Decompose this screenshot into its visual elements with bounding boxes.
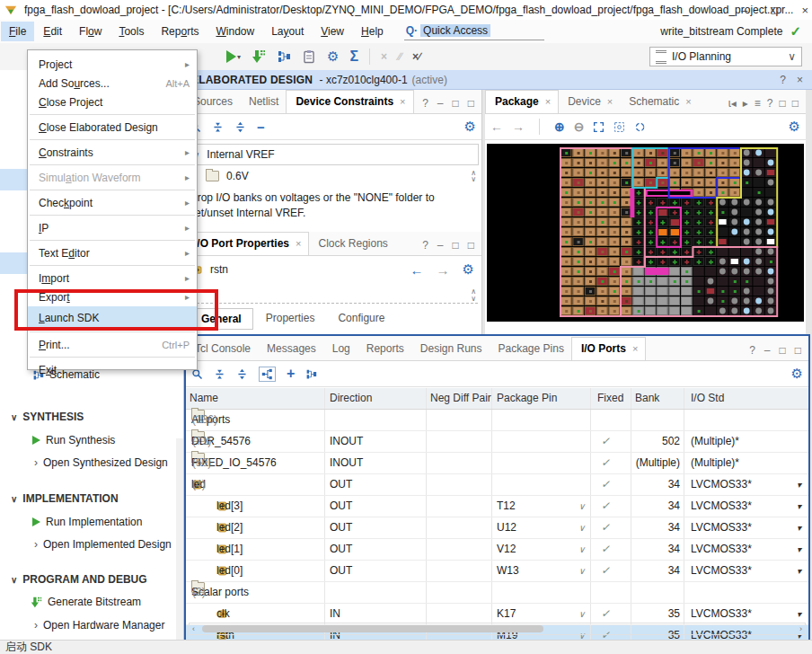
- tab-reports[interactable]: Reports: [357, 338, 411, 360]
- banner-close-icon[interactable]: ×: [797, 74, 803, 86]
- tab-messages[interactable]: Messages: [258, 338, 323, 360]
- autofit-icon[interactable]: [634, 121, 646, 133]
- horizontal-scrollbar[interactable]: ‹ ›: [189, 623, 806, 635]
- internal-vref-node[interactable]: ∨ Internal VREF: [187, 144, 479, 165]
- float-icon[interactable]: □: [792, 97, 799, 110]
- maximize-button[interactable]: □: [772, 4, 779, 17]
- menu-view[interactable]: View: [313, 22, 352, 41]
- close-icon[interactable]: ×: [607, 96, 613, 107]
- dropdown-icon[interactable]: ▾: [797, 561, 801, 581]
- dropdown-icon[interactable]: ▾: [797, 539, 801, 560]
- close-icon[interactable]: ×: [685, 96, 691, 107]
- schematic-icon[interactable]: [305, 368, 317, 380]
- tab-log[interactable]: Log: [323, 338, 357, 360]
- next-tab-icon[interactable]: ▸: [743, 97, 748, 110]
- flownav-section-synthesis[interactable]: ∨SYNTHESIS: [11, 411, 186, 423]
- file-menu-constraints[interactable]: Constraints▸: [28, 143, 197, 162]
- settings-gear-icon[interactable]: ⚙: [327, 49, 339, 65]
- tab-schematic[interactable]: Schematic×: [620, 91, 698, 113]
- help-icon[interactable]: ?: [767, 97, 773, 110]
- table-header[interactable]: Name Direction Neg Diff Pair Package Pin…: [186, 388, 808, 410]
- menu-layout[interactable]: Layout: [263, 22, 312, 41]
- pin-dropdown-icon[interactable]: ∨: [578, 517, 585, 538]
- generate-bitstream-icon[interactable]: [252, 49, 266, 64]
- settings-gear-icon[interactable]: ⚙: [789, 119, 800, 135]
- tab-package-pins[interactable]: Package Pins: [490, 338, 571, 360]
- menu-edit[interactable]: Edit: [35, 22, 70, 41]
- dropdown-icon[interactable]: ▾: [797, 604, 801, 624]
- float-icon[interactable]: □: [468, 97, 474, 110]
- menu-file[interactable]: File: [1, 22, 34, 41]
- tab-package[interactable]: Package×: [485, 90, 559, 113]
- file-menu-import[interactable]: Import▸: [28, 269, 197, 287]
- settings-gear-icon[interactable]: ⚙: [463, 261, 474, 278]
- tab-list-icon[interactable]: ≡: [755, 97, 761, 110]
- run-button[interactable]: ▾: [226, 50, 241, 63]
- file-menu-checkpoint[interactable]: Checkpoint▸: [28, 193, 197, 212]
- tab-io-port-properties[interactable]: I/O Port Properties×: [184, 232, 309, 255]
- tab-device-constraints[interactable]: Device Constraints×: [286, 90, 413, 113]
- close-icon[interactable]: ×: [296, 238, 301, 249]
- table-row-led3[interactable]: led[3] OUT T12∨ ✓ 34 LVCMOS33* ▾: [186, 496, 808, 517]
- tab-io-ports[interactable]: I/O Ports×: [571, 337, 646, 360]
- quick-access-input[interactable]: Q· Quick Access: [404, 22, 544, 40]
- flownav-section-implementation[interactable]: ∨IMPLEMENTATION: [11, 492, 186, 505]
- collapse-all-icon[interactable]: [214, 368, 225, 380]
- minimize-icon[interactable]: –: [437, 97, 444, 110]
- package-map-canvas[interactable]: [487, 144, 804, 322]
- zoom-selection-icon[interactable]: [613, 121, 625, 133]
- close-icon[interactable]: ×: [400, 96, 405, 107]
- tab-clock-regions[interactable]: Clock Regions: [309, 233, 394, 255]
- file-menu-print[interactable]: Print...Ctrl+P: [28, 335, 197, 354]
- file-menu-project[interactable]: Project▸: [28, 55, 197, 74]
- group-by-icon[interactable]: [259, 367, 276, 382]
- maximize-icon[interactable]: □: [453, 97, 459, 110]
- minimize-icon[interactable]: –: [437, 239, 444, 252]
- table-row-fixed-io[interactable]: › FIXED_IO_54576(59) INOUT ✓ (Multiple) …: [186, 453, 808, 474]
- vref-voltage-node[interactable]: 0.6V ∧∨: [184, 165, 481, 187]
- tab-properties[interactable]: Properties: [255, 308, 326, 330]
- minimize-icon[interactable]: –: [764, 344, 771, 357]
- sigma-icon[interactable]: Σ: [349, 49, 358, 65]
- help-icon[interactable]: ?: [422, 239, 428, 252]
- menu-help[interactable]: Help: [353, 22, 392, 41]
- scroll-right-icon[interactable]: ›: [797, 624, 805, 633]
- scroll-left-icon[interactable]: ‹: [190, 624, 198, 633]
- table-row-led2[interactable]: led[2] OUT U12∨ ✓ 34 LVCMOS33* ▾: [186, 517, 808, 539]
- help-icon[interactable]: ?: [780, 74, 786, 86]
- spinner-icon[interactable]: ∧∨: [471, 288, 476, 303]
- layout-selector[interactable]: I/O Planning ∨: [649, 47, 802, 66]
- help-icon[interactable]: ?: [422, 97, 428, 110]
- settings-gear-icon[interactable]: ⚙: [791, 366, 803, 382]
- maximize-icon[interactable]: □: [453, 239, 459, 252]
- spinner-icon[interactable]: ∧∨: [471, 170, 476, 182]
- file-menu-close-project[interactable]: Close Project: [28, 93, 197, 111]
- schematic-icon[interactable]: [277, 49, 291, 64]
- dropdown-icon[interactable]: ▾: [797, 474, 801, 495]
- menu-tools[interactable]: Tools: [110, 22, 152, 41]
- menu-flow[interactable]: Flow: [71, 22, 110, 41]
- help-icon[interactable]: ?: [749, 344, 755, 357]
- maximize-icon[interactable]: □: [780, 97, 786, 110]
- prev-tab-icon[interactable]: ɩ◂: [728, 97, 737, 110]
- expand-all-icon[interactable]: [234, 121, 246, 133]
- tab-device[interactable]: Device×: [559, 91, 620, 113]
- file-menu-exit[interactable]: Exit: [28, 360, 197, 379]
- float-icon[interactable]: □: [468, 239, 474, 252]
- scrollbar-thumb[interactable]: [202, 625, 543, 632]
- table-row-led-bus[interactable]: ∨ led(4) OUT ✓ 34 LVCMOS33* ▾: [186, 474, 808, 496]
- back-arrow-icon[interactable]: ←: [410, 262, 424, 278]
- table-row-all-ports[interactable]: All ports(136): [186, 410, 808, 431]
- pin-dropdown-icon[interactable]: ∨: [578, 539, 585, 560]
- add-icon[interactable]: +: [287, 366, 295, 382]
- file-menu-add-sources[interactable]: Add Sources...Alt+A: [28, 74, 197, 93]
- report-checklist-icon[interactable]: [302, 49, 316, 64]
- cancel-run-icon[interactable]: ×∕: [412, 50, 420, 63]
- tab-design-runs[interactable]: Design Runs: [411, 338, 490, 360]
- file-menu-ip[interactable]: IP▸: [28, 218, 197, 237]
- pin-dropdown-icon[interactable]: ∨: [578, 496, 585, 517]
- file-menu-close-elaborated-design[interactable]: Close Elaborated Design: [28, 118, 197, 137]
- table-row-scalar-ports[interactable]: ∨ Scalar ports(2): [186, 582, 808, 604]
- menu-window[interactable]: Window: [207, 22, 262, 41]
- flownav-scrollbar[interactable]: ∨: [176, 438, 183, 654]
